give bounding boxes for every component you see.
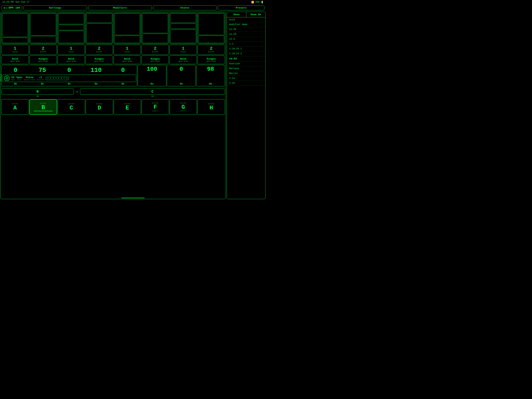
bpm-value[interactable]: 100 [15,6,20,9]
pulse-cell-1[interactable]: 1pulse [1,45,29,55]
trans-from[interactable]: B [1,89,74,95]
ctrl-0-right-on: On [180,83,183,85]
metronome-icon: ⊙ [4,6,5,10]
gate-cell-8[interactable]: Singlegate mode [197,56,225,64]
transition-row: B 48 ⇒ C 16 [1,87,225,98]
modifiers-button[interactable]: Modifiers [88,6,152,10]
ctrl-num-0-1: 0 [14,67,17,74]
ctrl-0-2: 0 [56,66,82,75]
state-letter-F: F [153,104,157,110]
ctrl-98-num: 98 [207,66,214,72]
step-cell-7[interactable] [169,13,197,44]
on-label-1: On [2,83,29,85]
stage-mask[interactable]: 1 2 3 4 5 6 7 8 [46,77,69,80]
pulse-cell-4[interactable]: 2pulses [85,45,113,55]
preset-item-10[interactable]: Mariana [227,66,266,71]
pulse-cell-5[interactable]: 1pulse [114,45,141,55]
trans-from-wrap: B 48 [1,89,74,97]
state-btn-D[interactable]: STATED [86,99,113,115]
play-icon[interactable]: ▷ [6,6,8,10]
gate-cell-3[interactable]: Holdgate mode [57,56,85,64]
panel-bar: ⊞ 🗑 ⏻ CC Type Sync Order Pulse Advance [2,75,136,82]
pulse-num-5: 1 [126,46,128,51]
home-indicator [121,198,145,198]
states-button[interactable]: States [153,6,217,10]
bpm-label: BPM: [9,6,15,9]
pulse-cell-8[interactable]: 2pulses [197,45,225,55]
preset-item-8[interactable]: tb-03 [227,56,266,61]
state-btn-E[interactable]: STATEE [114,99,141,115]
preset-item-7[interactable]: 1-18-24 2 [227,51,266,56]
gate-cell-5[interactable]: Holdgate mode [114,56,141,64]
ctrl-num-0-2: 0 [67,67,71,74]
preset-item-0[interactable]: acid [227,17,266,22]
preset-item-13[interactable]: 2-15 [227,81,266,86]
preset-item-9[interactable]: Sunrizer [227,61,266,66]
presets-button[interactable]: Presets [218,6,265,10]
preset-item-6[interactable]: 1-18-24 1 [227,46,266,51]
settings-button[interactable]: Settings [23,6,87,10]
step-cell-2[interactable] [29,13,57,44]
state-btn-A[interactable]: STATEA [1,99,29,115]
pulse-label-2: pulses [40,51,46,53]
save-button[interactable]: Save [227,12,246,17]
preset-item-11[interactable]: Berlin [227,71,266,76]
state-btn-B[interactable]: STATEB [29,99,57,115]
state-btn-H[interactable]: STATEH [197,99,225,115]
on-row-left: On On On On On [2,83,136,85]
state-btn-C[interactable]: STATEC [58,99,85,115]
gate-cell-4[interactable]: Singlegate mode [85,56,113,64]
panel-type-label: Type [11,79,15,81]
gate-cell-2[interactable]: Singlegate mode [29,56,57,64]
ctrl-98-cell: 98 On [196,65,225,86]
step-cell-6[interactable] [141,13,169,44]
pulse-cell-7[interactable]: 1pulse [169,45,197,55]
block-7-3 [170,29,196,43]
pulse-label-1: pulse [13,51,18,53]
pulse-cell-2[interactable]: 2pulses [29,45,57,55]
state-label-B: STATE [40,103,46,105]
preset-item-5[interactable]: 1-1 [227,42,266,46]
step-cell-8[interactable] [197,13,225,44]
preset-item-1[interactable]: modifier demo [227,22,266,27]
step-cell-1[interactable] [1,13,29,44]
pulse-label-8: pulses [208,51,214,53]
power-button[interactable]: ⏻ [4,76,10,81]
trash-icon[interactable]: 🗑 [0,78,1,81]
step-cell-5[interactable] [114,13,141,44]
block-3-3 [58,31,84,43]
ctrl-0-right-num: 0 [180,66,183,72]
pulse-cell-6[interactable]: 2pulses [141,45,169,55]
preset-item-2[interactable]: 11-26 [227,27,266,32]
gate-cell-6[interactable]: Singlegate mode [141,56,169,64]
step-cell-4[interactable] [85,13,113,44]
steps-row [1,13,225,44]
ctrl-0-3: 0 [110,66,136,75]
panel-order-val: Sync [16,76,22,79]
trans-from-num: 48 [36,95,39,97]
trans-to[interactable]: C [80,89,225,95]
preset-item-4[interactable]: 12-4 [227,37,266,42]
sidebar: Save Save As acidmodifier demo11-2611-29… [227,12,266,199]
save-as-button[interactable]: Save As [246,12,266,17]
state-btn-F[interactable]: STATEF[EMPTY] [142,99,169,115]
preset-item-3[interactable]: 11-29 [227,32,266,37]
main-layout: 1pulse2pulses1pulse2pulses1pulse2pulses1… [0,11,266,200]
state-btn-G[interactable]: STATEG[EMPTY] [170,99,197,115]
preset-item-12[interactable]: 2-14 [227,76,266,81]
layers-icon[interactable]: ⊞ [0,74,1,77]
pulse-num-8: 2 [210,46,212,51]
pulse-cell-3[interactable]: 1pulse [57,45,85,55]
gate-cell-1[interactable]: Holdgate mode [1,56,29,64]
gate-cell-7[interactable]: Holdgate mode [169,56,197,64]
gate-name-8: Single [207,58,216,60]
pulse-num-6: 2 [154,46,156,51]
block-7-1 [170,13,196,23]
ctrl-98-on: On [209,83,212,85]
step-cell-3[interactable] [57,13,85,44]
ctrl-0-right-cell: 0 On [167,65,196,86]
ctrl-100-cell: 100 On [138,65,166,86]
gate-name-2: Single [38,58,48,60]
ctrl-100-on: On [151,83,153,85]
block-3-2 [58,25,84,30]
